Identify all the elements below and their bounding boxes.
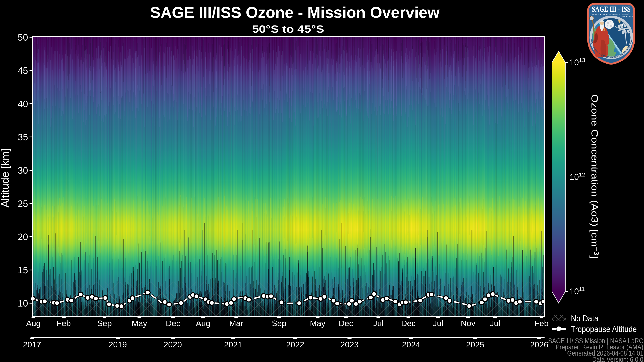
svg-text:25: 25 xyxy=(18,198,28,209)
svg-text:Jul: Jul xyxy=(490,319,500,328)
svg-text:2024: 2024 xyxy=(402,340,420,349)
svg-text:30: 30 xyxy=(18,165,28,176)
svg-text:35: 35 xyxy=(18,132,28,142)
svg-text:50: 50 xyxy=(18,32,28,42)
svg-text:45: 45 xyxy=(18,65,28,76)
svg-text:Stratospheric Aerosol and Gas: Stratospheric Aerosol and Gas Experiment… xyxy=(591,13,620,15)
svg-text:40: 40 xyxy=(18,99,28,109)
svg-text:2019: 2019 xyxy=(108,340,127,349)
svg-text:Mar: Mar xyxy=(229,319,243,328)
svg-text:International: International xyxy=(622,13,632,15)
svg-text:20: 20 xyxy=(18,232,28,242)
svg-text:SAGE III · ISS: SAGE III · ISS xyxy=(592,5,630,13)
svg-text:Space Station: Space Station xyxy=(621,15,633,17)
svg-text:Dec: Dec xyxy=(401,319,416,328)
svg-text:Aug: Aug xyxy=(26,319,40,328)
svg-text:Dec: Dec xyxy=(338,319,353,328)
svg-text:Jul: Jul xyxy=(373,319,384,328)
svg-text:50°S to 45°S: 50°S to 45°S xyxy=(252,23,324,35)
svg-text:Feb: Feb xyxy=(57,319,71,328)
svg-text:Nov: Nov xyxy=(461,319,476,328)
svg-text:10: 10 xyxy=(18,298,28,309)
svg-text:2026: 2026 xyxy=(530,340,548,349)
svg-text:Dec: Dec xyxy=(166,319,180,328)
svg-text:No Data: No Data xyxy=(571,314,598,323)
svg-text:Altitude [km]: Altitude [km] xyxy=(0,148,11,207)
svg-text:2022: 2022 xyxy=(286,340,304,349)
svg-text:Jul: Jul xyxy=(433,319,444,328)
svg-text:15: 15 xyxy=(18,265,28,275)
svg-text:2025: 2025 xyxy=(466,340,484,349)
svg-text:May: May xyxy=(132,319,147,328)
svg-text:Data Version: 6.0.0: Data Version: 6.0.0 xyxy=(592,356,643,362)
svg-text:Feb: Feb xyxy=(534,319,548,328)
svg-text:SAGE III/ISS Ozone - Mission O: SAGE III/ISS Ozone - Mission Overview xyxy=(150,4,440,21)
svg-text:Sep: Sep xyxy=(97,319,112,328)
svg-text:2017: 2017 xyxy=(23,340,41,349)
svg-text:2021: 2021 xyxy=(224,340,242,349)
svg-text:May: May xyxy=(310,319,326,328)
svg-text:Ozone Concentration (Ao3) [cm−: Ozone Concentration (Ao3) [cm−3] xyxy=(590,94,600,258)
svg-text:Aug: Aug xyxy=(196,319,210,328)
svg-text:2020: 2020 xyxy=(164,340,182,349)
svg-text:Sep: Sep xyxy=(272,319,286,328)
svg-text:Tropopause Altitude: Tropopause Altitude xyxy=(571,325,637,334)
svg-text:2023: 2023 xyxy=(340,340,358,349)
